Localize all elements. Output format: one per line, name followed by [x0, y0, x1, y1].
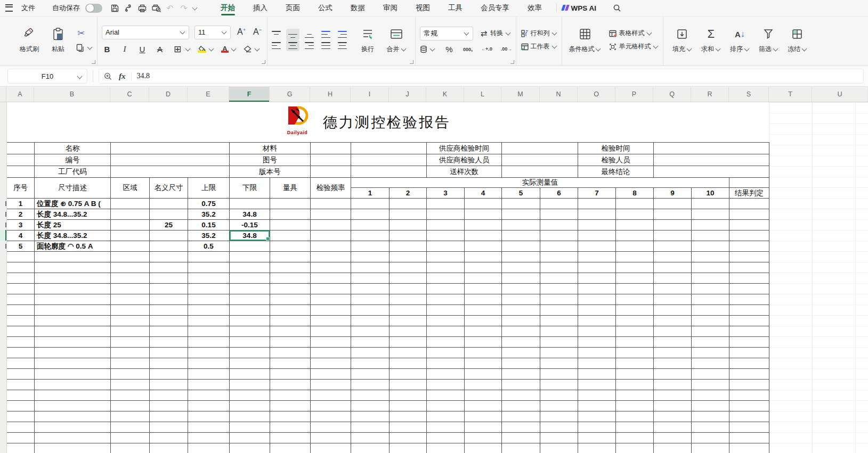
percent-icon[interactable]: % [444, 45, 455, 54]
info-value-inspect-time[interactable] [654, 143, 769, 154]
column-header-G[interactable]: G [270, 87, 310, 102]
tab-insert[interactable]: 插入 [244, 0, 277, 16]
tab-membership[interactable]: 会员专享 [472, 0, 518, 16]
header-m5[interactable]: 5 [502, 188, 540, 199]
font-size-select[interactable]: 11 [194, 26, 231, 39]
column-header-U[interactable]: U [812, 87, 868, 102]
column-header-K[interactable]: K [426, 87, 464, 102]
sort-button[interactable]: A↓ 排序 [725, 25, 754, 55]
column-header-O[interactable]: O [578, 87, 615, 102]
column-header-J[interactable]: J [389, 87, 426, 102]
column-header-N[interactable]: N [540, 87, 578, 102]
quickbar-more-icon[interactable] [192, 5, 198, 10]
filter-button[interactable]: 筛选 [754, 25, 783, 55]
header-m9[interactable]: 9 [654, 188, 692, 199]
info-label-version[interactable]: 版本号 [230, 166, 311, 178]
dimension-desc[interactable]: 长度 25 [35, 220, 111, 230]
align-bottom-icon[interactable] [305, 31, 314, 38]
fx-icon[interactable]: fx [119, 72, 126, 81]
fill-button[interactable]: 填充 [668, 25, 696, 55]
paste-button[interactable]: 粘贴 [44, 25, 72, 55]
column-header-L[interactable]: L [464, 87, 501, 102]
info-label-name[interactable]: 名称 [35, 143, 111, 154]
distributed-icon[interactable] [338, 42, 347, 49]
header-upper[interactable]: 上限 [188, 178, 230, 199]
header-area[interactable]: 区域 [111, 178, 150, 199]
name-box-dropdown-icon[interactable] [77, 74, 83, 79]
info-label-sample-times[interactable]: 送样次数 [427, 166, 502, 178]
column-header-F[interactable]: F [229, 87, 270, 102]
header-m1[interactable]: 1 [351, 188, 390, 199]
tab-home[interactable]: 开始 [212, 0, 244, 16]
autosave-toggle[interactable] [85, 4, 102, 13]
currency-button[interactable] [420, 45, 435, 53]
info-label-supplier-time[interactable]: 供应商检验时间 [427, 143, 502, 154]
tab-efficiency[interactable]: 效率 [518, 0, 551, 16]
header-lower[interactable]: 下限 [230, 178, 270, 199]
info-label-factory-code[interactable]: 工厂代码 [35, 166, 111, 178]
header-frequency[interactable]: 检验频率 [311, 178, 351, 199]
align-middle-icon[interactable] [286, 29, 299, 40]
decrease-indent-icon[interactable] [321, 31, 330, 38]
column-header-I[interactable]: I [351, 87, 389, 102]
align-left-icon[interactable] [272, 42, 281, 49]
thousands-separator-icon[interactable]: 000, [463, 46, 473, 52]
select-all-corner[interactable] [0, 87, 6, 102]
cell-style-button[interactable]: 单元格样式 [609, 42, 659, 51]
justify-icon[interactable] [321, 42, 330, 49]
merge-cells-button[interactable]: 合并 [382, 25, 411, 55]
borders-button[interactable]: ⊞ [172, 44, 191, 55]
format-painter-button[interactable]: 格式刷 [15, 25, 44, 55]
undo-icon[interactable]: ↶ [163, 2, 177, 14]
info-label-drawing[interactable]: 图号 [230, 154, 311, 166]
dimension-desc[interactable]: 长度 34.8...35.2 [35, 209, 111, 220]
fill-color-button[interactable] [198, 46, 214, 53]
export-icon[interactable] [121, 2, 135, 14]
copy-button[interactable] [76, 43, 93, 52]
wps-ai-button[interactable]: WPS AI [562, 4, 596, 12]
column-header-M[interactable]: M [501, 87, 540, 102]
align-center-icon[interactable] [286, 40, 299, 51]
bold-button[interactable]: B [102, 45, 112, 54]
grow-font-icon[interactable]: A+ [236, 27, 247, 37]
info-label-number[interactable]: 编号 [35, 154, 111, 166]
info-value-name[interactable] [111, 143, 230, 154]
align-right-icon[interactable] [305, 42, 314, 49]
font-color-button[interactable]: A [221, 46, 237, 53]
column-header-P[interactable]: P [615, 87, 653, 102]
search-icon[interactable] [610, 2, 624, 14]
header-m2[interactable]: 2 [390, 188, 427, 199]
tab-tools[interactable]: 工具 [439, 0, 472, 16]
info-value-material[interactable] [311, 143, 351, 154]
dialog-launcher-icon[interactable] [92, 60, 95, 64]
dialog-launcher-icon[interactable] [510, 60, 514, 64]
column-header-E[interactable]: E [188, 87, 229, 102]
column-header-A[interactable]: A [6, 87, 34, 102]
column-header-R[interactable]: R [691, 87, 729, 102]
sum-button[interactable]: Σ 求和 [696, 25, 725, 55]
info-label-inspect-time[interactable]: 检验时间 [578, 143, 654, 154]
tab-page[interactable]: 页面 [277, 0, 309, 16]
dialog-launcher-icon[interactable] [410, 60, 413, 64]
underline-button[interactable]: U [137, 45, 148, 54]
clear-format-button[interactable] [244, 45, 260, 53]
italic-button[interactable]: I [119, 45, 130, 54]
print-icon[interactable] [135, 2, 149, 14]
app-menu-icon[interactable] [5, 4, 13, 12]
dialog-launcher-icon[interactable] [262, 60, 265, 64]
increase-indent-icon[interactable] [338, 31, 347, 38]
header-measurements-group[interactable]: 实际测量值 [351, 178, 729, 188]
wrap-text-button[interactable]: 换行 [353, 25, 382, 55]
rows-columns-button[interactable]: 行和列 [521, 29, 557, 38]
header-m6[interactable]: 6 [540, 188, 578, 199]
zoom-formula-icon[interactable] [103, 72, 112, 81]
column-header-H[interactable]: H [310, 87, 351, 102]
number-format-select[interactable]: 常规 [420, 27, 473, 40]
row-headers[interactable] [0, 102, 7, 453]
table-style-button[interactable]: 表格样式 [609, 29, 659, 38]
dimension-desc[interactable]: 长度 34.8...35.2 [35, 230, 111, 241]
selected-cell[interactable]: 34.8 [230, 230, 270, 241]
conditional-format-button[interactable]: 条件格式 [566, 25, 603, 55]
freeze-button[interactable]: 冻结 [783, 25, 812, 55]
info-label-inspector[interactable]: 检验人员 [578, 154, 654, 166]
